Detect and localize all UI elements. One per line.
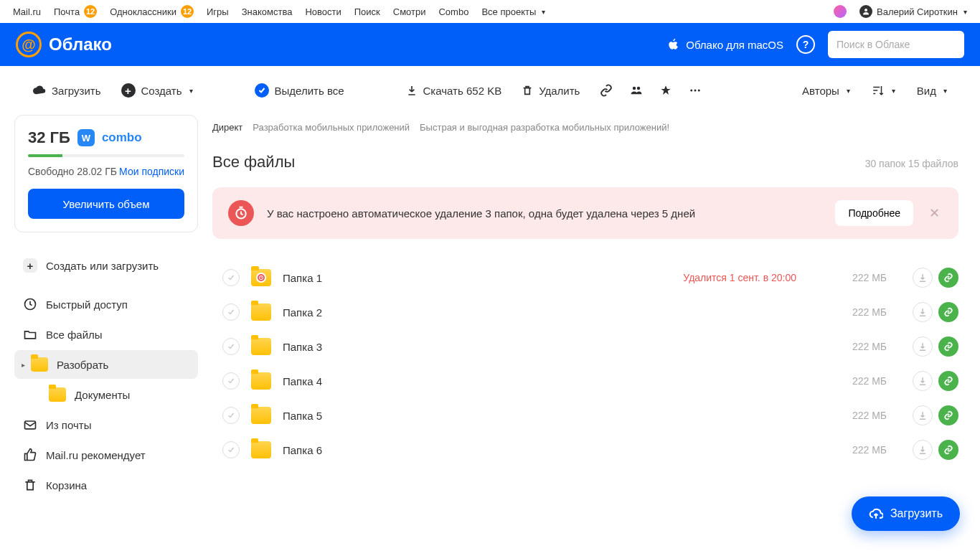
main-content: Директ Разработка мобильных приложений Б… xyxy=(212,115,980,551)
page-title: Все файлы xyxy=(212,153,295,171)
plus-icon: + xyxy=(23,258,37,273)
row-select[interactable] xyxy=(222,441,240,458)
svg-rect-8 xyxy=(25,421,36,429)
select-all-button[interactable]: Выделить все xyxy=(255,83,344,98)
services-icon[interactable] xyxy=(834,5,847,18)
macos-app-link[interactable]: Облако для macOS xyxy=(667,38,783,51)
logo[interactable]: @ Облако xyxy=(16,32,112,57)
row-select[interactable] xyxy=(222,303,240,321)
vk-icon: W xyxy=(77,129,95,146)
chevron-down-icon: ▾ xyxy=(963,8,967,16)
row-link-button[interactable] xyxy=(938,302,958,322)
folder-size: 222 МБ xyxy=(829,375,887,387)
floating-upload-button[interactable]: Загрузить xyxy=(852,496,960,531)
topnav-item[interactable]: Одноклассники12 xyxy=(110,5,194,18)
logo-text: Облако xyxy=(49,34,112,55)
row-download-button[interactable] xyxy=(913,371,933,391)
folder-icon xyxy=(251,407,271,424)
nav-recommended[interactable]: Mail.ru рекомендует xyxy=(14,441,198,469)
topnav-item[interactable]: Знакомства xyxy=(242,6,293,17)
row-download-button[interactable] xyxy=(913,405,933,425)
topnav-item[interactable]: Почта12 xyxy=(54,5,97,18)
row-download-button[interactable] xyxy=(913,268,933,288)
check-circle-icon xyxy=(255,83,269,98)
ad-bar[interactable]: Директ Разработка мобильных приложений Б… xyxy=(212,115,958,153)
row-download-button[interactable] xyxy=(913,440,933,460)
link-icon[interactable] xyxy=(600,84,613,97)
subscriptions-link[interactable]: Мои подписки xyxy=(119,166,184,177)
delete-date: Удалится 1 сент. в 20:00 xyxy=(683,272,796,283)
folder-name: Папка 6 xyxy=(283,444,818,456)
nav-documents[interactable]: Документы xyxy=(14,380,198,409)
chevron-down-icon: ▾ xyxy=(847,87,850,95)
notice-close-button[interactable]: ✕ xyxy=(926,205,943,221)
user-name: Валерий Сироткин xyxy=(877,6,958,17)
sidebar: 32 ГБ W combo Свободно 28.02 ГБ Мои подп… xyxy=(0,115,212,551)
chevron-down-icon: ▾ xyxy=(943,87,947,95)
upload-button[interactable]: Загрузить xyxy=(33,84,101,97)
svg-point-6 xyxy=(698,90,700,92)
more-icon[interactable] xyxy=(689,84,702,97)
user-menu[interactable]: Валерий Сироткин ▾ xyxy=(859,5,967,18)
folder-size: 222 МБ xyxy=(829,341,887,352)
row-select[interactable] xyxy=(222,407,240,424)
chevron-right-icon: ▸ xyxy=(22,361,25,369)
folder-name: Папка 3 xyxy=(283,341,818,353)
nav-all-files[interactable]: Все файлы xyxy=(14,320,198,349)
share-people-icon[interactable] xyxy=(630,84,643,97)
row-download-button[interactable] xyxy=(913,336,933,357)
nav-trash[interactable]: Корзина xyxy=(14,471,198,499)
download-icon xyxy=(406,85,418,96)
nav-sort[interactable]: ▸ Разобрать xyxy=(14,350,198,379)
topnav-item[interactable]: Все проекты▾ xyxy=(481,6,545,17)
row-select[interactable] xyxy=(222,338,240,355)
topnav-item[interactable]: Смотри xyxy=(393,6,426,17)
badge: 12 xyxy=(181,5,194,18)
download-button[interactable]: Скачать 652 KB xyxy=(406,85,502,97)
help-button[interactable]: ? xyxy=(796,35,815,54)
folder-row[interactable]: Папка 2 222 МБ xyxy=(212,295,958,329)
row-link-button[interactable] xyxy=(938,405,958,425)
folder-icon xyxy=(251,372,271,390)
row-select[interactable] xyxy=(222,269,240,286)
trash-icon xyxy=(522,85,533,96)
folder-icon xyxy=(251,303,271,321)
badge: 12 xyxy=(84,5,97,18)
topnav-item[interactable]: Combo xyxy=(438,6,468,17)
storage-panel: 32 ГБ W combo Свободно 28.02 ГБ Мои подп… xyxy=(14,115,198,232)
view-button[interactable]: Вид ▾ xyxy=(917,85,947,97)
nav-create-upload[interactable]: + Создать или загрузить xyxy=(14,251,198,280)
topnav-item[interactable]: Mail.ru xyxy=(13,6,41,17)
row-link-button[interactable] xyxy=(938,336,958,357)
storage-free: Свободно 28.02 ГБ xyxy=(28,166,117,177)
star-icon[interactable] xyxy=(660,85,672,96)
row-link-button[interactable] xyxy=(938,371,958,391)
search-box[interactable] xyxy=(828,31,964,58)
nav-from-mail[interactable]: Из почты xyxy=(14,410,198,439)
folder-name: Папка 1 xyxy=(283,272,672,284)
folder-row[interactable]: Папка 3 222 МБ xyxy=(212,329,958,364)
nav-quick-access[interactable]: Быстрый доступ xyxy=(14,290,198,319)
folder-row[interactable]: Папка 6 222 МБ xyxy=(212,433,958,467)
topnav-item[interactable]: Поиск xyxy=(354,6,380,17)
authors-filter[interactable]: Авторы ▾ xyxy=(802,85,850,97)
folder-row[interactable]: Папка 1 Удалится 1 сент. в 20:00 222 МБ xyxy=(212,260,958,295)
svg-point-0 xyxy=(864,9,867,11)
notice-more-button[interactable]: Подробнее xyxy=(835,200,913,226)
auto-delete-notice: У вас настроено автоматическое удаление … xyxy=(212,187,958,239)
topnav-item[interactable]: Новости xyxy=(305,6,341,17)
row-download-button[interactable] xyxy=(913,302,933,322)
create-button[interactable]: + Создать ▾ xyxy=(121,83,193,98)
folder-row[interactable]: Папка 4 222 МБ xyxy=(212,364,958,398)
folder-row[interactable]: Папка 5 222 МБ xyxy=(212,398,958,433)
row-select[interactable] xyxy=(222,372,240,390)
row-link-button[interactable] xyxy=(938,268,958,288)
search-input[interactable] xyxy=(837,39,962,50)
thumbs-up-icon xyxy=(23,448,37,462)
topnav-item[interactable]: Игры xyxy=(207,6,229,17)
delete-button[interactable]: Удалить xyxy=(522,85,580,97)
sort-button[interactable]: ▾ xyxy=(872,84,895,97)
storage-size: 32 ГБ xyxy=(28,128,70,147)
upgrade-button[interactable]: Увеличить объем xyxy=(28,189,184,219)
row-link-button[interactable] xyxy=(938,440,958,460)
